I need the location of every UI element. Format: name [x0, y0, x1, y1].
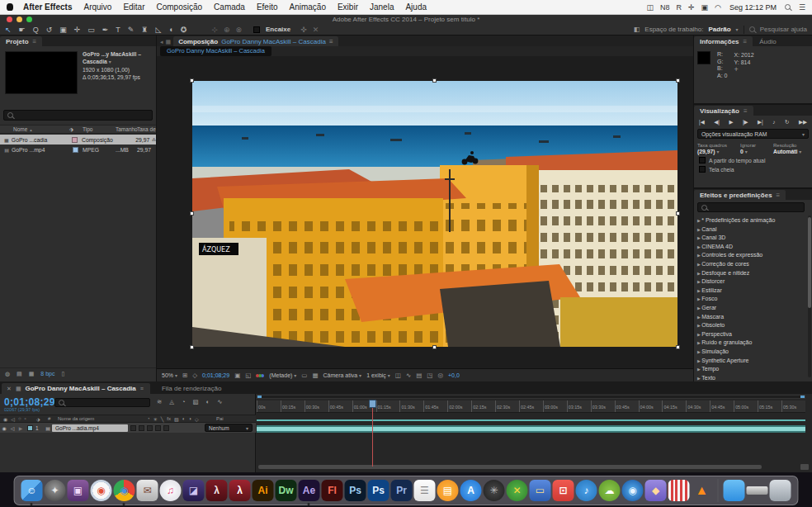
workspace-icon[interactable]: ◧	[634, 26, 640, 33]
menu-item[interactable]: After Effects	[23, 2, 72, 12]
effects-category[interactable]: Simulação	[697, 348, 812, 357]
wheel-app-icon[interactable]: ✳	[484, 480, 505, 501]
time-ruler-tick[interactable]: 01:15s	[376, 400, 400, 412]
menu-item[interactable]: Composição	[157, 2, 203, 12]
close-tab-icon[interactable]: ✕	[7, 386, 12, 392]
show-snapshot-icon[interactable]: ◱	[245, 372, 251, 379]
menubar-clock[interactable]: Seg 12:12 PM	[729, 3, 777, 12]
transparency-grid-icon[interactable]: ▦	[312, 372, 318, 379]
effects-category[interactable]: Ruído e granulação	[697, 339, 812, 348]
flash-icon[interactable]: Fl	[322, 480, 343, 501]
flowchart-button-icon[interactable]: ◳	[427, 372, 432, 379]
loop-button[interactable]: ↻	[785, 119, 789, 126]
fx-switch-icon[interactable]: fx	[167, 416, 171, 422]
selection-handle[interactable]	[432, 345, 437, 349]
app-store-icon[interactable]: A	[460, 480, 482, 501]
effects-category[interactable]: Synthetic Aperture	[697, 357, 812, 366]
timeline-search-field[interactable]	[54, 398, 150, 407]
menu-item[interactable]: Animação	[289, 2, 325, 12]
layer-duration-bar[interactable]	[257, 425, 805, 433]
mask-visibility-icon[interactable]: ◇	[192, 372, 197, 379]
apple-icon[interactable]	[7, 3, 13, 11]
viewer-subtab[interactable]: GoPro Danny MacAskill – Cascadia	[160, 46, 271, 56]
time-ruler-tick[interactable]: 05:30s	[781, 400, 805, 412]
menu-item[interactable]: Janela	[370, 2, 394, 12]
effects-category[interactable]: CINEMA 4D	[697, 243, 812, 252]
frame-blend-switch-icon[interactable]: ▧	[174, 416, 179, 422]
time-ruler-tick[interactable]: 04:45s	[710, 400, 734, 412]
fast-preview-icon[interactable]: ∿	[406, 372, 411, 379]
prev-frame-button[interactable]: ◀|	[714, 119, 720, 126]
brush-tool[interactable]: ✎	[128, 26, 135, 34]
effects-category[interactable]: Distorcer	[697, 277, 812, 287]
effects-category[interactable]: Obsoleto	[697, 321, 812, 330]
shy-layers-icon[interactable]: ◔	[182, 398, 186, 405]
tab-render-queue[interactable]: Fila de renderização	[150, 383, 233, 394]
layer-label-swatch[interactable]	[27, 425, 33, 431]
clone-stamp-tool[interactable]: ♜	[141, 26, 148, 34]
rotation-tool[interactable]: ↺	[46, 26, 53, 34]
acrobat-reader-icon[interactable]: λ	[229, 480, 251, 501]
acrobat-icon[interactable]: λ	[206, 480, 228, 501]
reset-exposure-icon[interactable]: ◎	[437, 372, 443, 379]
view-axis-icon[interactable]: ⊗	[235, 26, 242, 34]
tab-informacoes[interactable]: Informações ≡	[694, 36, 753, 46]
display-status-icon[interactable]: ▣	[701, 3, 709, 12]
motion-blur-icon[interactable]: ◐	[206, 398, 210, 405]
play-button[interactable]: ▶	[729, 119, 733, 126]
after-effects-icon[interactable]: Ae	[299, 480, 320, 501]
time-ruler-tick[interactable]: 03:00s	[543, 400, 567, 412]
snap-option-icon[interactable]: ✜	[300, 26, 307, 34]
roto-brush-tool[interactable]: ◖	[168, 26, 172, 34]
collapse-switch-icon[interactable]: ✳	[153, 416, 158, 422]
tab-projeto[interactable]: Projeto≡	[0, 36, 42, 46]
popcorn-app-icon[interactable]	[668, 480, 690, 501]
eye-app-icon[interactable]: ◉	[622, 480, 644, 501]
tab-composicao[interactable]: Composição GoPro Danny MacAskill – Casca…	[173, 36, 338, 46]
new-folder-icon[interactable]: ▤	[17, 371, 22, 377]
from-current-time-checkbox[interactable]	[699, 157, 706, 163]
label-swatch[interactable]	[72, 137, 78, 143]
time-ruler-tick[interactable]: 02:15s	[471, 400, 495, 412]
project-search-field[interactable]	[3, 110, 153, 121]
full-screen-checkbox[interactable]	[699, 166, 706, 173]
threed-switch-icon[interactable]: ◇	[195, 416, 199, 422]
safari-icon[interactable]: ◉	[91, 480, 112, 501]
view-layout-select[interactable]: 1 exibiç ▾	[366, 372, 390, 378]
camera-tool[interactable]: ▣	[59, 26, 67, 34]
effects-category[interactable]: Canal 3D	[697, 234, 812, 243]
mask-igs-icon[interactable]: ✕	[313, 26, 319, 34]
shy-switch-icon[interactable]: ◔	[147, 416, 150, 422]
time-ruler-tick[interactable]: 00:15s	[281, 400, 304, 412]
new-composition-icon[interactable]: ▦	[29, 371, 35, 377]
project-table-header[interactable]: Nome ▲ ⬗ Tipo Tamanho Taxa de...	[0, 125, 156, 134]
effects-category[interactable]: Gerar	[697, 304, 812, 313]
time-ruler-tick[interactable]: 00s	[257, 400, 281, 412]
resolution-select-preview[interactable]: Automáti ▾	[773, 149, 809, 154]
time-ruler-tick[interactable]: 03:30s	[591, 400, 615, 412]
time-ruler-tick[interactable]: 01:45s	[423, 400, 447, 412]
back-icon[interactable]: ◂	[160, 39, 163, 45]
eraser-tool[interactable]: ◺	[155, 26, 161, 34]
selection-handle[interactable]	[190, 211, 194, 216]
reminders-icon[interactable]: ☰	[414, 480, 436, 501]
skip-select[interactable]: 0 ▾	[740, 149, 773, 154]
effects-category[interactable]: * Predefinições de animação	[697, 216, 812, 225]
help-search-icon[interactable]	[749, 26, 755, 32]
layer-switch-box[interactable]	[155, 425, 161, 431]
hand-tool[interactable]: ☛	[19, 26, 26, 34]
layer-source-name[interactable]: GoPro ...adia.mp4	[52, 424, 128, 432]
layer-expander-icon[interactable]: ▶	[17, 425, 25, 431]
time-ruler-tick[interactable]: 04:30s	[686, 400, 710, 412]
time-ruler-tick[interactable]: 02:30s	[495, 400, 519, 412]
n-status-icon[interactable]: N8	[660, 3, 670, 12]
ibooks-icon[interactable]: ▤	[437, 480, 459, 501]
r-status-icon[interactable]: R	[676, 3, 682, 12]
composition-pasteboard[interactable]: ÁZQUEZ	[157, 56, 693, 368]
image-app-icon[interactable]: ◪	[183, 480, 205, 501]
menu-item[interactable]: Ajuda	[405, 2, 427, 12]
timeline-timecode[interactable]: 0;01;08;29	[4, 396, 55, 408]
help-search-field[interactable]: Pesquisar ajuda	[760, 26, 807, 33]
magnification-select[interactable]: 50% ▾	[162, 372, 177, 378]
wifi-icon[interactable]: ◠	[715, 3, 721, 12]
